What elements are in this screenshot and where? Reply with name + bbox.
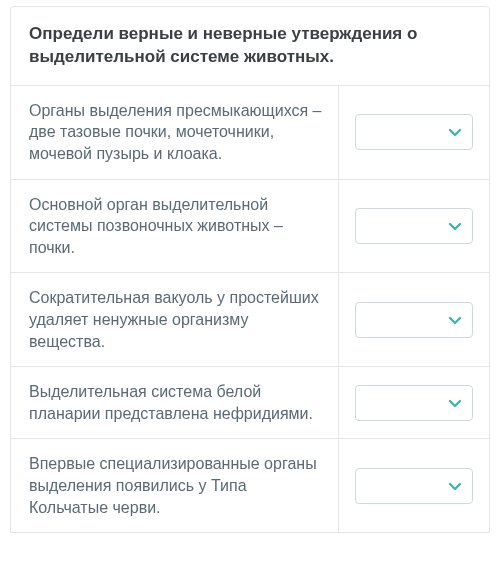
answer-dropdown[interactable] (355, 114, 473, 150)
table-row: Выделительная система белой планарии пре… (11, 367, 489, 439)
question-header: Определи верные и неверные утверждения о… (11, 7, 489, 86)
table-row: Органы выделения пресмыкающихся – две та… (11, 86, 489, 180)
answer-cell (339, 86, 489, 179)
chevron-down-icon (448, 396, 462, 410)
table-row: Сократительная вакуоль у простейших удал… (11, 273, 489, 367)
question-card: Определи верные и неверные утверждения о… (10, 6, 490, 533)
answer-dropdown[interactable] (355, 208, 473, 244)
answer-cell (339, 367, 489, 438)
statement-text: Впервые специализированные органы выделе… (11, 439, 339, 532)
statement-text: Основной орган выделительной системы поз… (11, 180, 339, 273)
statement-text: Сократительная вакуоль у простейших удал… (11, 273, 339, 366)
answer-cell (339, 180, 489, 273)
table-row: Впервые специализированные органы выделе… (11, 439, 489, 532)
chevron-down-icon (448, 125, 462, 139)
chevron-down-icon (448, 219, 462, 233)
answer-dropdown[interactable] (355, 468, 473, 504)
chevron-down-icon (448, 313, 462, 327)
answer-dropdown[interactable] (355, 302, 473, 338)
statement-text: Выделительная система белой планарии пре… (11, 367, 339, 438)
answer-cell (339, 439, 489, 532)
chevron-down-icon (448, 479, 462, 493)
answer-cell (339, 273, 489, 366)
question-title: Определи верные и неверные утверждения о… (29, 23, 471, 69)
answer-dropdown[interactable] (355, 385, 473, 421)
statement-text: Органы выделения пресмыкающихся – две та… (11, 86, 339, 179)
table-row: Основной орган выделительной системы поз… (11, 180, 489, 274)
